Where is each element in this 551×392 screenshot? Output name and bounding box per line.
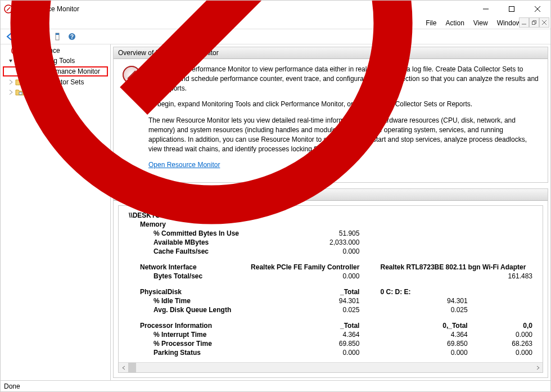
value-committed: 51.905 <box>249 229 362 238</box>
statusbar: Done <box>1 380 550 391</box>
label-interrupt: % Interrupt Time <box>127 331 249 340</box>
scroll-left-button[interactable] <box>119 363 128 372</box>
mdi-close-button[interactable] <box>539 17 549 28</box>
label-available: Available MBytes <box>127 238 249 247</box>
value-bytes1: 0.000 <box>249 272 362 281</box>
value-pt3: 68.263 <box>470 340 535 349</box>
value-pk1: 0.000 <box>249 349 362 358</box>
menu-view[interactable]: View <box>469 18 493 28</box>
value-pt1: 69.850 <box>249 340 362 349</box>
value-available: 2,033.000 <box>249 238 362 247</box>
value-queue2: 0.025 <box>378 306 470 315</box>
label-queue: Avg. Disk Queue Length <box>127 306 249 315</box>
value-queue1: 0.025 <box>249 306 362 315</box>
svg-rect-3 <box>532 22 535 25</box>
value-idle1: 94.301 <box>249 297 362 306</box>
col-disk2: 0 C: D: E: <box>378 288 470 297</box>
scrollbar-thumb[interactable] <box>128 363 136 372</box>
value-int3: 0.000 <box>470 331 535 340</box>
col-net2: Realtek RTL8723BE 802.11 bgn Wi-Fi Adapt… <box>378 263 535 272</box>
label-cache: Cache Faults/sec <box>127 247 249 256</box>
menubar: File Action View Window Help <box>1 17 550 29</box>
app-icon-small <box>4 0 419 231</box>
col-proc3: 0,0 <box>470 322 535 331</box>
scrollbar-track[interactable] <box>128 363 533 372</box>
col-proc1: _Total <box>249 322 362 331</box>
value-pk2: 0.000 <box>378 349 470 358</box>
value-pk3: 0.000 <box>470 349 535 358</box>
menu-action[interactable]: Action <box>441 18 468 28</box>
menu-file[interactable]: File <box>421 18 441 28</box>
label-net: Network Interface <box>127 263 249 272</box>
label-proctime: % Processor Time <box>127 340 249 349</box>
label-idle: % Idle Time <box>127 297 249 306</box>
svg-rect-1 <box>509 7 514 12</box>
value-int1: 4.364 <box>249 331 362 340</box>
maximize-button[interactable] <box>499 1 525 17</box>
value-pt2: 69.850 <box>378 340 470 349</box>
summary-table: \\DESKTOP-RDJB6GG Memory % Committed Byt… <box>127 211 535 358</box>
status-text: Done <box>4 382 20 390</box>
value-bytes2: 161.483 <box>378 272 535 281</box>
label-proc: Processor Information <box>127 322 249 331</box>
value-cache: 0.000 <box>249 247 362 256</box>
close-button[interactable] <box>525 1 550 17</box>
mdi-buttons <box>519 17 549 28</box>
value-int2: 4.364 <box>378 331 470 340</box>
col-proc2: 0,_Total <box>378 322 470 331</box>
minimize-button[interactable] <box>473 1 499 17</box>
col-disk1: _Total <box>249 288 362 297</box>
mdi-minimize-button[interactable] <box>519 17 529 28</box>
value-idle2: 94.301 <box>378 297 470 306</box>
col-net1: Realtek PCIe FE Family Controller <box>249 263 362 272</box>
label-committed: % Committed Bytes In Use <box>127 229 249 238</box>
scroll-right-button[interactable] <box>533 363 543 372</box>
label-disk: PhysicalDisk <box>127 288 249 297</box>
mdi-restore-button[interactable] <box>529 17 539 28</box>
label-bytes: Bytes Total/sec <box>127 272 249 281</box>
label-parking: Parking Status <box>127 349 249 358</box>
horizontal-scrollbar[interactable] <box>119 362 543 372</box>
window-buttons <box>473 1 550 17</box>
